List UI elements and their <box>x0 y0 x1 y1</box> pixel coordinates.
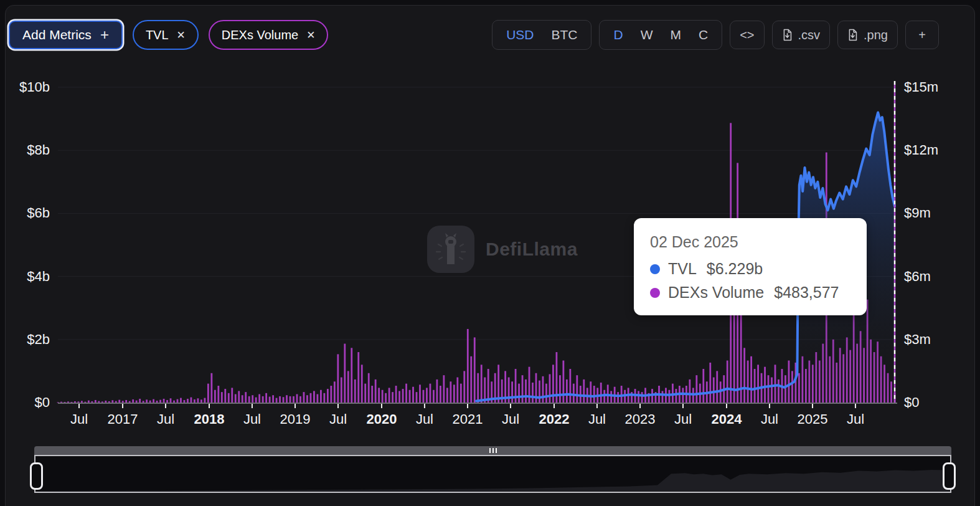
download-csv-button[interactable]: .csv <box>772 21 831 49</box>
currency-toggle: USD BTC <box>492 20 591 50</box>
brush-handle-right[interactable] <box>943 462 956 490</box>
grip-icon <box>492 448 494 453</box>
plus-icon: + <box>918 28 926 42</box>
brush-handle-left[interactable] <box>30 462 43 490</box>
interval-option-weekly[interactable]: W <box>641 27 653 42</box>
more-options-button[interactable]: + <box>905 21 939 49</box>
interval-option-cumulative[interactable]: C <box>699 27 708 42</box>
metrics-controls: Add Metrics + TVL ✕ DEXs Volume ✕ <box>9 20 328 50</box>
tooltip-series-name: TVL <box>668 260 697 278</box>
close-icon[interactable]: ✕ <box>177 29 186 42</box>
currency-option-usd[interactable]: USD <box>506 27 534 42</box>
tooltip-series-value: $6.229b <box>707 260 763 278</box>
add-metrics-button[interactable]: Add Metrics + <box>9 21 123 49</box>
chart-tooltip: 02 Dec 2025 TVL $6.229b DEXs Volume $483… <box>634 218 867 315</box>
embed-code-button[interactable]: <> <box>730 21 764 49</box>
grip-icon <box>496 448 497 453</box>
minimap-chart <box>35 456 950 492</box>
zoom-scrollbar[interactable] <box>34 446 951 455</box>
csv-label: .csv <box>798 28 821 42</box>
download-icon <box>782 29 793 41</box>
interval-option-monthly[interactable]: M <box>670 27 681 42</box>
grip-icon <box>489 448 491 453</box>
interval-toggle: D W M C <box>599 20 722 50</box>
tvl-series-dot <box>650 264 660 274</box>
download-png-button[interactable]: .png <box>837 21 898 49</box>
plus-icon: + <box>100 26 109 44</box>
tooltip-row-tvl: TVL $6.229b <box>650 260 850 278</box>
currency-option-btc[interactable]: BTC <box>551 27 577 42</box>
interval-option-daily[interactable]: D <box>613 27 623 42</box>
metric-pill-label: TVL <box>146 28 169 42</box>
chart-settings: USD BTC D W M C <> .csv .png + <box>492 20 971 50</box>
metric-pill-dexs-volume[interactable]: DEXs Volume ✕ <box>209 20 329 50</box>
metric-pill-tvl[interactable]: TVL ✕ <box>133 20 199 50</box>
close-icon[interactable]: ✕ <box>306 29 315 42</box>
metric-pill-label: DEXs Volume <box>222 28 298 42</box>
code-icon: <> <box>740 28 754 42</box>
add-metrics-label: Add Metrics <box>22 27 92 42</box>
download-icon <box>847 29 858 41</box>
chart-toolbar: Add Metrics + TVL ✕ DEXs Volume ✕ USD BT… <box>9 20 971 50</box>
png-label: .png <box>864 28 888 42</box>
tooltip-date: 02 Dec 2025 <box>650 233 850 251</box>
tooltip-series-name: DEXs Volume <box>668 284 764 302</box>
tooltip-series-value: $483,577 <box>774 284 839 302</box>
dexs-series-dot <box>650 288 660 298</box>
zoom-brush-window[interactable] <box>34 455 951 493</box>
tooltip-row-dexs-volume: DEXs Volume $483,577 <box>650 284 850 302</box>
